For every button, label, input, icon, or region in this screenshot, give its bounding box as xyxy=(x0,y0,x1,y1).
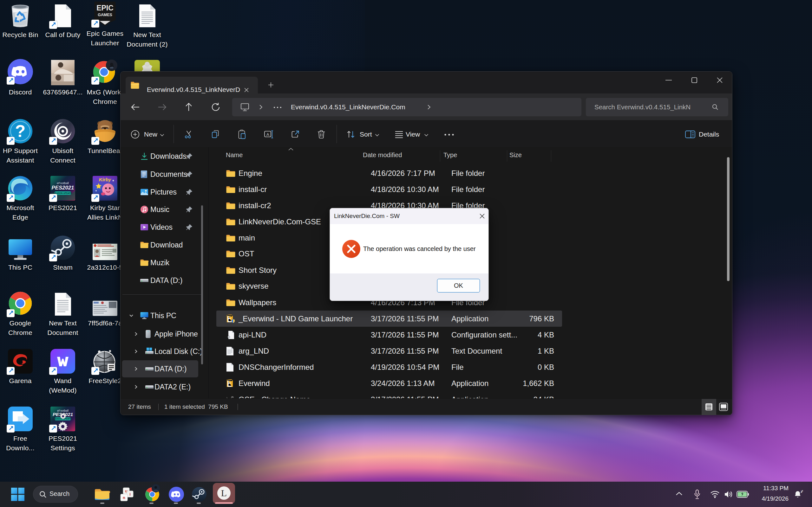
svg-text:Kirby: Kirby xyxy=(99,177,111,182)
svg-text:eFootball: eFootball xyxy=(57,181,69,185)
svg-text:n: n xyxy=(123,495,125,500)
svg-text:z: z xyxy=(802,490,803,492)
svg-text:A: A xyxy=(266,132,269,137)
svg-text:GAMES: GAMES xyxy=(98,13,112,17)
svg-text:EPIC: EPIC xyxy=(96,4,113,12)
svg-text:?: ? xyxy=(15,121,26,140)
svg-text:PES2021: PES2021 xyxy=(52,185,74,191)
svg-text:i: i xyxy=(130,492,131,497)
